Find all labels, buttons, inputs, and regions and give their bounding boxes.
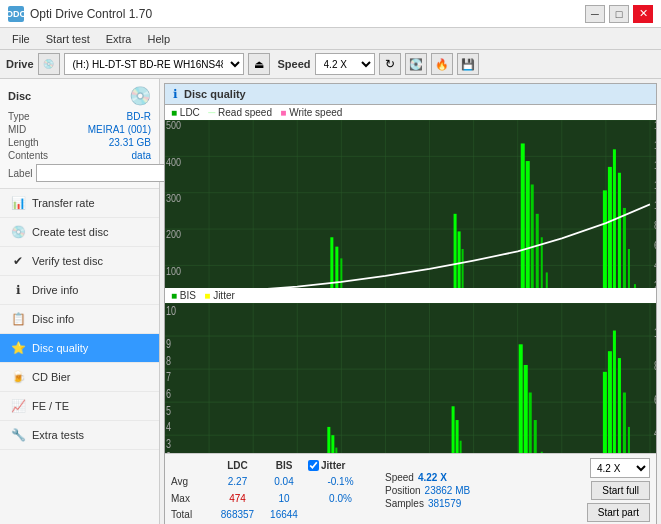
svg-rect-133 xyxy=(452,406,455,453)
start-full-button[interactable]: Start full xyxy=(591,481,650,500)
speed-refresh-button[interactable]: ↻ xyxy=(379,53,401,75)
nav-fe-te-label: FE / TE xyxy=(32,400,69,412)
svg-text:6X: 6X xyxy=(654,239,656,251)
avg-bis: 0.04 xyxy=(264,476,304,487)
drive-label: Drive xyxy=(6,58,34,70)
close-button[interactable]: ✕ xyxy=(633,5,653,23)
speed-selector[interactable]: 4.2 X xyxy=(315,53,375,75)
disc-type-value: BD-R xyxy=(127,111,151,122)
svg-text:6: 6 xyxy=(166,386,171,400)
content-area: ℹ Disc quality ■ LDC ─ Read speed ■ Writ… xyxy=(160,79,661,524)
position-value: 23862 MB xyxy=(425,485,471,496)
svg-text:4X: 4X xyxy=(654,259,656,271)
samples-label: Samples xyxy=(385,498,424,509)
speed-stat-label: Speed xyxy=(385,472,414,483)
lower-chart-svg: 10 9 8 7 6 5 4 3 2 1 10% 8% 6% xyxy=(165,303,656,453)
right-stats: Speed 4.22 X Position 23862 MB Samples 3… xyxy=(379,454,476,524)
svg-text:8: 8 xyxy=(166,353,171,367)
menu-extra[interactable]: Extra xyxy=(98,31,140,47)
max-jitter: 0.0% xyxy=(308,493,373,504)
write-speed-legend-label: Write speed xyxy=(289,107,342,118)
nav-verify-test-disc-label: Verify test disc xyxy=(32,255,103,267)
svg-rect-154 xyxy=(628,427,630,453)
svg-text:4%: 4% xyxy=(654,425,656,439)
disc-contents-label: Contents xyxy=(8,150,48,161)
svg-text:10X: 10X xyxy=(654,199,656,211)
disc-label-label: Label xyxy=(8,168,32,179)
minimize-button[interactable]: ─ xyxy=(585,5,605,23)
nav-verify-test-disc[interactable]: ✔ Verify test disc xyxy=(0,247,159,276)
disc-length-value: 23.31 GB xyxy=(109,137,151,148)
maximize-button[interactable]: □ xyxy=(609,5,629,23)
svg-text:14X: 14X xyxy=(654,160,656,172)
menu-help[interactable]: Help xyxy=(139,31,178,47)
nav-create-test-disc-label: Create test disc xyxy=(32,226,108,238)
menu-start-test[interactable]: Start test xyxy=(38,31,98,47)
test-speed-select[interactable]: 4.2 X xyxy=(590,458,650,478)
speed-stat-value: 4.22 X xyxy=(418,472,447,483)
stats-footer: LDC BIS Jitter Avg 2.27 0.04 -0.1% Max 4… xyxy=(165,453,656,524)
jitter-checkbox[interactable] xyxy=(308,460,319,471)
svg-text:2%: 2% xyxy=(654,451,656,453)
jitter-legend-label: Jitter xyxy=(213,290,235,301)
svg-rect-124 xyxy=(331,435,334,453)
svg-rect-51 xyxy=(521,143,525,301)
chart-title: Disc quality xyxy=(184,88,246,100)
max-label: Max xyxy=(171,493,211,504)
menu-file[interactable]: File xyxy=(4,31,38,47)
nav-extra-tests[interactable]: 🔧 Extra tests xyxy=(0,421,159,450)
drive-icon-button[interactable]: 💿 xyxy=(38,53,60,75)
chart-panel: ℹ Disc quality ■ LDC ─ Read speed ■ Writ… xyxy=(164,83,657,524)
disc-info-icon: 📋 xyxy=(10,311,26,327)
disc-panel: Disc 💿 Type BD-R MID MEIRA1 (001) Length… xyxy=(0,79,159,189)
svg-rect-142 xyxy=(529,392,532,453)
svg-rect-64 xyxy=(618,173,621,302)
svg-text:9: 9 xyxy=(166,337,171,351)
transfer-rate-icon: 📊 xyxy=(10,195,26,211)
drive-top-bar: Drive 💿 (H:) HL-DT-ST BD-RE WH16NS48 1.D… xyxy=(0,50,661,79)
max-ldc: 474 xyxy=(215,493,260,504)
nav-disc-quality[interactable]: ⭐ Disc quality xyxy=(0,334,159,363)
disc-type-label: Type xyxy=(8,111,30,122)
disc-label-input[interactable] xyxy=(36,164,171,182)
svg-rect-152 xyxy=(618,358,621,453)
svg-rect-144 xyxy=(541,451,543,453)
chart-header-icon: ℹ xyxy=(173,87,178,101)
disc-panel-title: Disc xyxy=(8,90,31,102)
upper-chart: ■ LDC ─ Read speed ■ Write speed xyxy=(165,105,656,288)
lower-chart: ■ BIS ■ Jitter xyxy=(165,288,656,453)
nav-create-test-disc[interactable]: 💿 Create test disc xyxy=(0,218,159,247)
total-ldc: 868357 xyxy=(215,509,260,520)
svg-text:200: 200 xyxy=(166,229,182,241)
svg-text:300: 300 xyxy=(166,192,182,204)
ldc-col-header: LDC xyxy=(215,460,260,471)
burn-icon-button[interactable]: 🔥 xyxy=(431,53,453,75)
svg-text:100: 100 xyxy=(166,265,182,277)
disc-length-label: Length xyxy=(8,137,39,148)
svg-text:16X: 16X xyxy=(654,140,656,152)
max-bis: 10 xyxy=(264,493,304,504)
drive-info-icon: ℹ xyxy=(10,282,26,298)
nav-disc-info-label: Disc info xyxy=(32,313,74,325)
nav-transfer-rate-label: Transfer rate xyxy=(32,197,95,209)
nav-transfer-rate[interactable]: 📊 Transfer rate xyxy=(0,189,159,218)
bis-col-header: BIS xyxy=(264,460,304,471)
nav-fe-te[interactable]: 📈 FE / TE xyxy=(0,392,159,421)
svg-rect-61 xyxy=(603,190,607,301)
eject-button[interactable]: ⏏ xyxy=(248,53,270,75)
nav-cd-bier[interactable]: 🍺 CD Bier xyxy=(0,363,159,392)
disc-icon-button[interactable]: 💽 xyxy=(405,53,427,75)
create-test-disc-icon: 💿 xyxy=(10,224,26,240)
nav-disc-info[interactable]: 📋 Disc info xyxy=(0,305,159,334)
svg-rect-53 xyxy=(531,184,534,301)
nav-drive-info[interactable]: ℹ Drive info xyxy=(0,276,159,305)
fe-te-icon: 📈 xyxy=(10,398,26,414)
svg-rect-150 xyxy=(608,351,612,453)
drive-selector[interactable]: (H:) HL-DT-ST BD-RE WH16NS48 1.D3 xyxy=(64,53,244,75)
svg-rect-63 xyxy=(613,149,616,301)
save-icon-button[interactable]: 💾 xyxy=(457,53,479,75)
svg-text:10%: 10% xyxy=(654,326,656,340)
svg-rect-140 xyxy=(519,344,523,453)
start-part-button[interactable]: Start part xyxy=(587,503,650,522)
svg-rect-52 xyxy=(526,161,530,302)
